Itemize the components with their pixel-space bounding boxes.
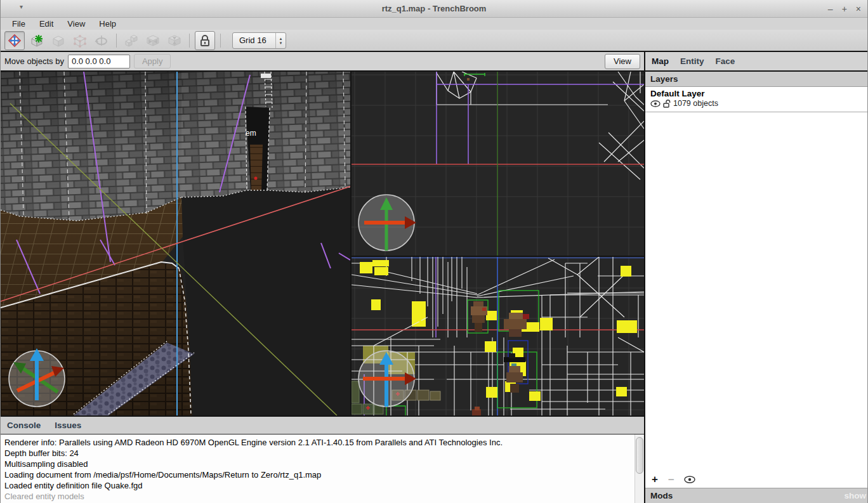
apply-button[interactable]: Apply (134, 54, 171, 69)
tab-face[interactable]: Face (716, 56, 735, 66)
layer-object-count: 1079 objects (673, 99, 718, 108)
texture-lock-button[interactable] (195, 31, 215, 50)
log-line: Depth buffer bits: 24 (4, 448, 631, 459)
window-menu-icon[interactable]: ▾ (20, 4, 23, 10)
remove-layer-button[interactable]: – (668, 474, 674, 485)
menu-help[interactable]: Help (93, 18, 122, 29)
viewport-2d-bottom[interactable] (352, 257, 644, 415)
log-line: Cleared entity models (4, 491, 631, 502)
lock-icon (198, 34, 212, 48)
view-button[interactable]: View (605, 54, 640, 69)
toolbar-separator (116, 34, 117, 48)
shadow-floor (181, 187, 350, 415)
selection-tool-icon (8, 34, 22, 48)
console-log[interactable]: Renderer info: Parallels using AMD Radeo… (1, 434, 635, 503)
inspector-tab-bar: Map Entity Face (645, 52, 867, 72)
window-title: rtz_q1.map - TrenchBroom (1, 4, 867, 13)
vertex-tool-button[interactable] (70, 32, 89, 49)
mods-header: Mods show (645, 488, 867, 503)
scrollbar-thumb[interactable] (636, 437, 643, 474)
console-tab-bar: Console Issues (1, 417, 644, 434)
grid-size-spinner[interactable]: Grid 16 ▴ ▾ (232, 32, 286, 49)
inspector-panel: Map Entity Face Layers Default Layer (644, 52, 867, 503)
flip-horizontally-button[interactable] (143, 32, 162, 49)
duplicate-icon (123, 33, 140, 48)
create-brush-tool-button[interactable] (27, 32, 46, 49)
console-scrollbar[interactable] (635, 434, 644, 503)
create-brush-icon (29, 33, 44, 48)
spin-up-icon[interactable]: ▴ (280, 36, 282, 41)
console-panel: Console Issues Renderer info: Parallels … (1, 415, 644, 503)
stone-wall-left (1, 72, 181, 221)
flip-vertically-button[interactable] (165, 32, 184, 49)
layers-header: Layers (645, 72, 867, 87)
clip-tool-icon (51, 33, 66, 48)
mods-show-link[interactable]: show (844, 491, 866, 500)
menu-view[interactable]: View (61, 18, 91, 29)
log-line: Loaded entity definition file Quake.fgd (4, 480, 631, 491)
toolbar-separator (220, 34, 221, 48)
log-line: Multisampling disabled (4, 459, 631, 469)
trenchbroom-window: ▾ rtz_q1.map - TrenchBroom – + × File Ed… (0, 0, 868, 503)
entity-classname-label: em (246, 129, 256, 138)
menu-edit[interactable]: Edit (33, 18, 60, 29)
tab-console[interactable]: Console (7, 421, 41, 430)
move-objects-label: Move objects by (4, 56, 64, 66)
toolbar: Grid 16 ▴ ▾ (1, 30, 867, 52)
layer-controls: + – (645, 471, 867, 488)
white-marker (261, 74, 271, 78)
vertex-tool-icon (72, 33, 88, 48)
log-line: Loading document from /media/psf/Home/Do… (4, 469, 631, 480)
toolbar-separator (189, 34, 190, 48)
viewport-2d-top[interactable] (352, 72, 644, 257)
title-bar[interactable]: ▾ rtz_q1.map - TrenchBroom – + × (1, 0, 867, 18)
close-icon[interactable]: × (856, 4, 861, 13)
menu-file[interactable]: File (6, 18, 32, 29)
move-objects-input[interactable] (68, 55, 130, 69)
clip-tool-button[interactable] (49, 32, 68, 49)
layer-name: Default Layer (650, 89, 862, 98)
flip-horizontal-icon (145, 33, 161, 48)
viewport-area: em (1, 72, 644, 415)
viewport-3d[interactable]: em (1, 72, 352, 415)
move-objects-bar: Move objects by Apply View (1, 52, 644, 72)
maximize-icon[interactable]: + (842, 4, 847, 13)
add-layer-button[interactable]: + (652, 474, 658, 485)
small-entity-dot (467, 78, 470, 81)
menu-bar: File Edit View Help (1, 18, 867, 30)
layer-list-empty[interactable] (645, 112, 867, 471)
rotate-tool-button[interactable] (92, 32, 111, 49)
grid-size-label: Grid 16 (233, 36, 275, 45)
spinner-arrows[interactable]: ▴ ▾ (275, 33, 286, 48)
tab-map[interactable]: Map (652, 56, 669, 66)
layer-unlocked-icon[interactable] (663, 100, 671, 108)
spin-down-icon[interactable]: ▾ (280, 41, 282, 45)
tab-entity[interactable]: Entity (680, 56, 704, 66)
layer-visible-eye-icon[interactable] (650, 100, 661, 107)
duplicate-objects-button[interactable] (122, 32, 141, 49)
selection-tool-button[interactable] (4, 31, 25, 50)
flip-vertical-icon (166, 33, 183, 48)
minimize-icon[interactable]: – (828, 4, 833, 13)
rotate-tool-icon (94, 33, 109, 48)
toggle-visibility-button[interactable] (684, 476, 695, 483)
log-line: Renderer info: Parallels using AMD Radeo… (4, 437, 631, 448)
layer-row-default[interactable]: Default Layer 1079 objects (645, 87, 867, 112)
tab-issues[interactable]: Issues (55, 421, 81, 430)
